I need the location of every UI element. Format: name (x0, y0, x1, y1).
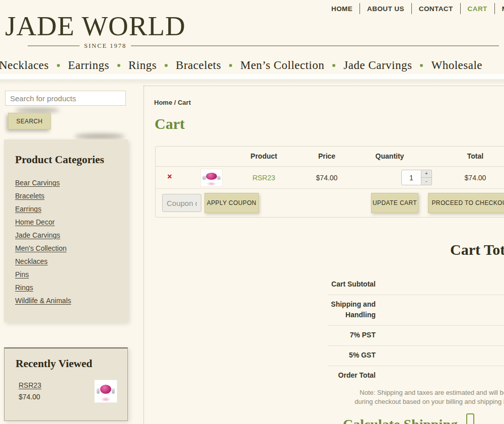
recently-viewed-product-link[interactable]: RSR23 (19, 381, 41, 389)
site-logo[interactable]: JADE WORLD (5, 10, 186, 42)
ring-gem (100, 385, 112, 394)
shipping-value: Local Pickup in Vancouver (Free) (376, 299, 504, 320)
cart-totals-title: Cart Totals (450, 241, 504, 258)
bullet-separator-icon (57, 64, 60, 67)
ring-band (202, 176, 205, 180)
main-nav-earrings[interactable]: Earrings (68, 59, 109, 72)
main-nav-bracelets[interactable]: Bracelets (176, 59, 221, 72)
pst-value: $5.18 (376, 330, 504, 340)
product-image[interactable] (94, 380, 117, 403)
cart-table: Product Price Quantity Total × RSR23 $74… (155, 146, 504, 218)
shipping-label: Shipping and Handling (328, 299, 376, 320)
product-categories-panel: Product Categories Bear Carvings Bracele… (4, 139, 128, 322)
package-icon (466, 413, 474, 424)
bullet-separator-icon (165, 64, 168, 67)
table-row: 7% PST $5.18 (328, 326, 504, 346)
nav-contact[interactable]: CONTACT (412, 5, 460, 13)
category-bear-carvings[interactable]: Bear Carvings (15, 179, 60, 187)
breadcrumb-home-link[interactable]: Home (154, 99, 172, 106)
logo-tagline-row: SINCE 1978 (28, 42, 499, 49)
quantity-buttons: + - (421, 170, 432, 185)
shipping-note-line2: during checkout based on your billing an… (328, 397, 504, 406)
list-item: Bear Carvings (15, 176, 128, 189)
categories-list: Bear Carvings Bracelets Earrings Home De… (15, 176, 128, 307)
breadcrumb-separator: / (174, 99, 178, 106)
category-pins[interactable]: Pins (15, 270, 29, 278)
table-row: 5% GST $3.70 (328, 346, 504, 366)
main-nav: Necklaces Earrings Rings Bracelets Men’s… (0, 55, 504, 76)
update-cart-button[interactable]: UPDATE CART (371, 193, 418, 213)
category-home-decor[interactable]: Home Decor (15, 218, 55, 226)
list-item: Earrings (15, 202, 128, 216)
ring-reflection (206, 182, 216, 186)
remove-item-icon[interactable]: × (165, 172, 175, 181)
shipping-note-line1: Note: Shipping and taxes are estimated a… (328, 388, 504, 397)
category-rings[interactable]: Rings (15, 284, 33, 292)
coupon-code-input[interactable] (162, 194, 201, 212)
shipping-note: Note: Shipping and taxes are estimated a… (328, 388, 504, 406)
pst-label: 7% PST (328, 330, 376, 340)
shadow-smudge (75, 134, 125, 138)
category-bracelets[interactable]: Bracelets (15, 192, 44, 200)
cart-table-header: Product Price Quantity Total (156, 147, 504, 167)
utility-nav: HOME ABOUT US CONTACT CART MY ACCOUNT (324, 0, 504, 17)
breadcrumb-current: Cart (178, 99, 191, 106)
category-wildlife-animals[interactable]: Wildlife & Animals (15, 297, 71, 305)
categories-title: Product Categories (15, 154, 128, 166)
quantity-plus-icon[interactable]: + (421, 170, 432, 177)
main-nav-mens-collection[interactable]: Men’s Collection (240, 59, 324, 72)
ring-reflection (101, 397, 111, 402)
list-item: Home Decor (15, 216, 128, 229)
category-necklaces[interactable]: Necklaces (15, 257, 48, 265)
logo-tagline: SINCE 1978 (84, 42, 126, 50)
calculate-shipping-title: Calculate Shipping (343, 416, 458, 424)
nav-cart[interactable]: CART (461, 5, 494, 13)
bullet-separator-icon (117, 64, 120, 67)
column-header-product: Product (236, 152, 292, 160)
subtotal-value: $74.00 (376, 279, 504, 290)
header-shadow (0, 79, 504, 85)
list-item: Bracelets (15, 189, 128, 202)
nav-my-account[interactable]: MY ACCOUNT (495, 5, 504, 13)
ring-band (112, 388, 115, 394)
tagline-rule (28, 45, 80, 46)
list-item: Men's Collection (15, 242, 128, 255)
ring-band (217, 176, 220, 180)
quantity-stepper: + - (401, 170, 432, 185)
main-nav-jade-carvings[interactable]: Jade Carvings (343, 59, 412, 72)
cart-item-price: $74.00 (302, 174, 352, 182)
gst-value: $3.70 (376, 350, 504, 361)
proceed-to-checkout-button[interactable]: PROCEED TO CHECKOUT (428, 193, 504, 213)
ring-gem (206, 173, 217, 180)
main-content: Home / Cart Cart Product Price Quantity … (143, 86, 504, 424)
table-row: Cart Subtotal $74.00 (328, 275, 504, 295)
row-divider (156, 188, 504, 189)
gst-label: 5% GST (328, 350, 376, 361)
nav-home[interactable]: HOME (324, 5, 359, 13)
table-row: Order Total $82.88 (328, 366, 504, 386)
apply-coupon-button[interactable]: APPLY COUPON (204, 193, 259, 213)
category-earrings[interactable]: Earrings (15, 205, 41, 213)
list-item: Rings (15, 281, 128, 294)
recently-viewed-price: $74.00 (19, 393, 41, 401)
cart-item-total: $74.00 (450, 174, 500, 182)
bullet-separator-icon (229, 64, 232, 67)
column-header-quantity: Quantity (362, 152, 417, 160)
tagline-rule (131, 45, 499, 46)
main-nav-wholesale[interactable]: Wholesale (431, 59, 482, 72)
product-image[interactable] (200, 169, 223, 187)
list-item: Wildlife & Animals (15, 294, 128, 307)
main-nav-rings[interactable]: Rings (128, 59, 157, 72)
category-mens-collection[interactable]: Men's Collection (15, 244, 66, 252)
nav-about-us[interactable]: ABOUT US (360, 5, 411, 13)
list-item: Jade Carvings (15, 229, 128, 242)
search-input[interactable] (5, 91, 126, 106)
table-row: Shipping and Handling Local Pickup in Va… (328, 295, 504, 326)
category-jade-carvings[interactable]: Jade Carvings (15, 231, 60, 239)
quantity-input[interactable] (401, 170, 421, 185)
cart-product-link[interactable]: RSR23 (236, 174, 292, 182)
quantity-minus-icon[interactable]: - (421, 177, 432, 185)
recently-viewed-title: Recently Viewed (16, 358, 127, 370)
main-nav-necklaces[interactable]: Necklaces (0, 59, 49, 72)
search-button[interactable]: SEARCH (8, 113, 51, 129)
